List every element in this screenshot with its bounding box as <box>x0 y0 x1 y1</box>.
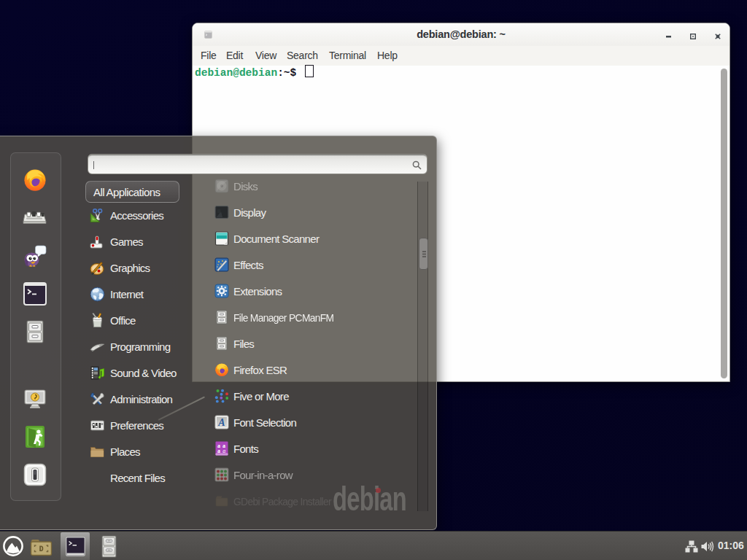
svg-text:a: a <box>217 448 220 454</box>
svg-text:A: A <box>217 417 225 428</box>
svg-text:a: a <box>222 448 225 454</box>
